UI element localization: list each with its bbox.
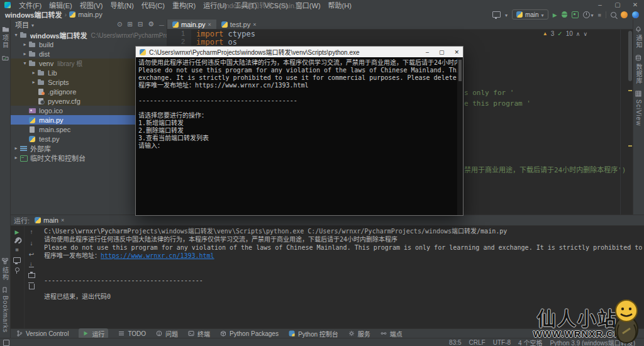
hide-panel-icon[interactable] xyxy=(159,21,164,28)
profile-avatar-icon[interactable] xyxy=(632,11,639,18)
breadcrumb-file[interactable]: main.py xyxy=(78,11,103,18)
run-targets-icon[interactable] xyxy=(492,11,501,18)
tool-strip-item[interactable]: SciView xyxy=(634,91,643,126)
chevron-down-icon[interactable] xyxy=(505,11,508,18)
chevron-icon[interactable] xyxy=(21,42,28,47)
profiler-button[interactable] xyxy=(583,11,590,18)
run-config-selector[interactable]: main xyxy=(512,9,548,20)
updates-icon[interactable] xyxy=(621,11,628,18)
project-panel-title[interactable]: 项目 xyxy=(15,20,29,30)
minimize-icon[interactable] xyxy=(426,49,429,55)
chevron-icon[interactable] xyxy=(30,79,37,85)
tool-strip-item[interactable] xyxy=(1,55,10,62)
inspections-widget[interactable]: 3 10 xyxy=(543,30,587,37)
code-string-fragment: s only for ' xyxy=(464,89,514,97)
chevron-icon[interactable] xyxy=(13,32,19,38)
scroll-to-end-icon[interactable] xyxy=(29,262,34,267)
tool-window-button-todo[interactable]: TODO xyxy=(118,330,146,337)
output-link[interactable]: https://www.wrnxr.cn/1393.html xyxy=(101,252,214,259)
chevron-down-icon[interactable] xyxy=(591,11,594,18)
code-string-fragment: 禁用于商业用途，下载后请于24小时内删除本程序') xyxy=(464,164,626,174)
coverage-button[interactable] xyxy=(572,11,579,18)
console-scrollbar[interactable] xyxy=(457,57,463,215)
clear-output-icon[interactable] xyxy=(29,284,35,289)
up-stack-icon[interactable] xyxy=(30,228,33,235)
rerun-button[interactable] xyxy=(15,228,19,235)
tool-window-label: 服务 xyxy=(358,329,370,338)
maximize-icon[interactable] xyxy=(609,1,626,8)
close-icon[interactable] xyxy=(253,21,256,28)
menu-item[interactable]: 代码(C) xyxy=(138,2,169,9)
run-button[interactable] xyxy=(553,11,557,18)
collapse-all-icon[interactable] xyxy=(138,21,143,28)
search-icon[interactable] xyxy=(611,12,616,18)
editor-tab[interactable]: main.py xyxy=(167,20,216,29)
menu-item[interactable]: 导航(N) xyxy=(106,2,137,9)
run-tab[interactable]: main xyxy=(35,216,64,224)
indent-setting[interactable]: 4 个空格 xyxy=(518,338,542,346)
tool-window-button-pyconsole[interactable]: Python 控制台 xyxy=(289,329,338,338)
edit-config-icon[interactable] xyxy=(14,238,19,243)
tool-window-button-endpoints[interactable]: 端点 xyxy=(380,329,402,338)
pin-icon[interactable] xyxy=(15,267,19,272)
gear-icon[interactable] xyxy=(148,20,154,28)
editor-tab[interactable]: test.py xyxy=(216,20,262,29)
chevron-icon[interactable] xyxy=(21,60,28,66)
close-icon[interactable] xyxy=(454,49,459,55)
menu-item[interactable]: 编辑(E) xyxy=(45,2,76,9)
tool-strip-item[interactable]: 通知 xyxy=(634,26,643,48)
tool-strip-item[interactable]: Bookmarks xyxy=(1,287,10,333)
tool-strip-item[interactable]: 结构 xyxy=(1,258,10,281)
tool-window-button-package[interactable]: Python Packages xyxy=(220,330,279,337)
tool-window-button-problems[interactable]: 问题 xyxy=(156,329,178,338)
tool-window-button-services[interactable]: 服务 xyxy=(348,329,370,338)
play-icon xyxy=(82,330,89,337)
debug-button[interactable] xyxy=(562,11,567,18)
menu-item[interactable]: 视图(V) xyxy=(76,2,107,9)
chevron-icon[interactable] xyxy=(13,145,19,151)
warning-stripe-mark[interactable] xyxy=(628,90,632,91)
layout-toggle-icon[interactable] xyxy=(3,340,9,346)
run-output-console[interactable]: C:\Users\wrnxr\PycharmProjects\windows端口… xyxy=(44,227,644,329)
menu-item[interactable]: 帮助(H) xyxy=(325,2,355,9)
breadcrumb-project[interactable]: windows端口转发 xyxy=(5,9,62,20)
tool-strip-item[interactable]: 项目 xyxy=(1,26,10,48)
stop-button[interactable] xyxy=(598,11,601,18)
down-stack-icon[interactable] xyxy=(30,240,33,247)
maximize-icon[interactable] xyxy=(439,49,445,55)
run-output-text xyxy=(44,260,48,267)
caret-position[interactable]: 83:5 xyxy=(449,339,461,346)
select-opened-file-icon[interactable] xyxy=(117,21,122,28)
chevron-icon[interactable] xyxy=(13,155,19,160)
file-encoding[interactable]: UTF-8 xyxy=(493,339,511,346)
menu-item[interactable]: 重构(R) xyxy=(169,2,199,9)
run-panel: 运行: main C:\Us xyxy=(10,215,644,329)
editor-scrollbar[interactable] xyxy=(628,31,632,81)
soft-wrap-icon[interactable] xyxy=(29,251,34,258)
tree-row[interactable]: windows端口转发C:\Users\wrnxr\PycharmProject… xyxy=(10,30,167,40)
line-separator[interactable]: CRLF xyxy=(469,339,486,346)
close-icon[interactable] xyxy=(626,1,644,8)
chevron-icon[interactable] xyxy=(21,51,28,57)
prev-problem-icon[interactable] xyxy=(576,30,580,37)
console-output[interactable]: 请勿使用此程序进行任何违反中国大陆法律的行为，本程序仅供学习交流，严禁用于商业用… xyxy=(136,57,463,215)
console-title-bar[interactable]: C:\Users\wrnxr\PycharmProjects\windows端口… xyxy=(136,47,463,57)
menu-item[interactable]: 文件(F) xyxy=(15,2,45,9)
todo-icon xyxy=(118,330,125,337)
next-problem-icon[interactable] xyxy=(583,30,587,37)
close-icon[interactable] xyxy=(208,21,211,28)
tool-window-button-branch[interactable]: Version Control xyxy=(16,330,69,337)
warning-stripe-mark[interactable] xyxy=(628,145,632,147)
print-icon[interactable] xyxy=(28,273,35,278)
stop-button[interactable] xyxy=(15,246,18,253)
interpreter[interactable]: Python 3.9 (windows端口转发) xyxy=(550,338,635,346)
tool-strip-item[interactable]: 数据库 xyxy=(634,55,643,84)
chevron-down-icon[interactable] xyxy=(31,21,34,28)
tool-window-button-terminal[interactable]: 终端 xyxy=(188,329,210,338)
expand-all-icon[interactable] xyxy=(127,21,132,28)
dump-threads-icon[interactable] xyxy=(13,257,21,263)
close-icon[interactable] xyxy=(61,217,64,223)
minimize-icon[interactable] xyxy=(591,1,609,8)
chevron-icon[interactable] xyxy=(30,70,37,75)
python-console-window[interactable]: C:\Users\wrnxr\PycharmProjects\windows端口… xyxy=(135,46,464,216)
